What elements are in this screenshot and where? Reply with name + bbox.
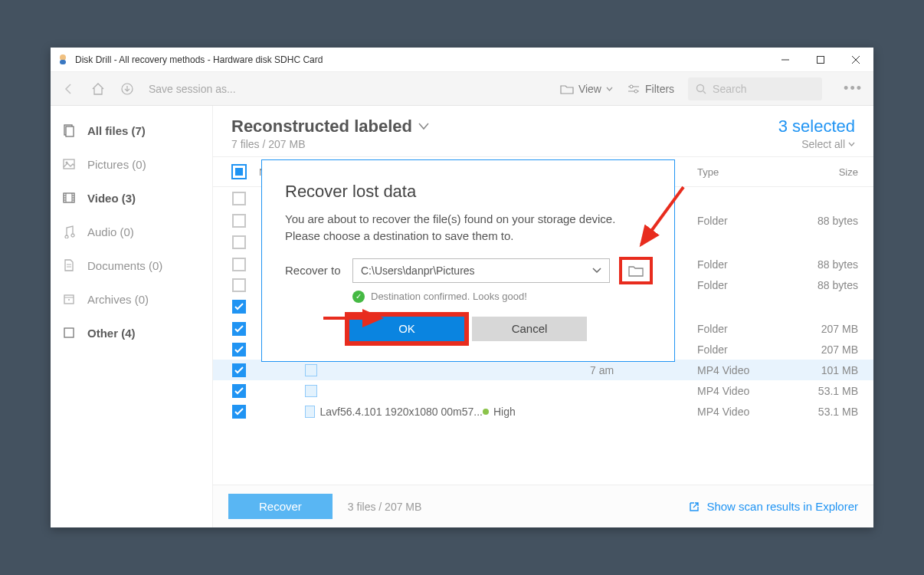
row-checkbox[interactable] — [232, 363, 246, 377]
column-size[interactable]: Size — [789, 166, 873, 178]
sidebar-item-video[interactable]: Video (3) — [51, 181, 212, 215]
folder-icon — [560, 84, 574, 94]
window-title: Disk Drill - All recovery methods - Hard… — [75, 54, 768, 65]
recover-button[interactable]: Recover — [228, 494, 333, 519]
svg-point-10 — [634, 90, 637, 93]
page-heading: Reconstructed labeled 7 files / 207 MB 3… — [213, 106, 873, 156]
main-content: Reconstructed labeled 7 files / 207 MB 3… — [213, 106, 873, 527]
destination-dropdown[interactable]: C:\Users\danpr\Pictures — [352, 258, 610, 283]
table-row[interactable]: MP4 Video 53.1 MB — [213, 380, 873, 401]
row-checkbox[interactable] — [232, 278, 246, 292]
svg-point-9 — [630, 85, 633, 88]
svg-rect-3 — [818, 56, 824, 63]
sidebar-item-documents[interactable]: Documents (0) — [51, 248, 212, 282]
search-input[interactable]: Search — [688, 77, 822, 100]
svg-line-12 — [703, 91, 706, 94]
row-checkbox[interactable] — [232, 235, 246, 249]
svg-point-11 — [697, 84, 704, 91]
more-button[interactable]: ••• — [836, 80, 863, 97]
sidebar-item-pictures[interactable]: Pictures (0) — [51, 147, 212, 181]
app-window: Disk Drill - All recovery methods - Hard… — [51, 48, 873, 527]
recover-to-label: Recover to — [285, 264, 342, 277]
row-checkbox[interactable] — [232, 405, 246, 419]
external-link-icon — [688, 501, 700, 513]
page-subtitle: 7 files / 207 MB — [231, 138, 778, 150]
column-type[interactable]: Type — [697, 166, 789, 178]
show-in-explorer-link[interactable]: Show scan results in Explorer — [688, 500, 858, 513]
file-icon — [305, 406, 315, 418]
row-checkbox[interactable] — [232, 214, 246, 228]
document-icon — [61, 258, 77, 273]
file-table: Name Recovery chances Date Modified Type… — [213, 156, 873, 485]
confirmation-text: ✓ Destination confirmed. Looks good! — [352, 291, 651, 303]
select-all-checkbox[interactable] — [224, 164, 254, 179]
titlebar: Disk Drill - All recovery methods - Hard… — [51, 48, 873, 72]
ok-button[interactable]: OK — [349, 317, 464, 341]
page-title[interactable]: Reconstructed labeled — [231, 117, 778, 136]
selected-count: 3 selected — [778, 117, 855, 136]
other-icon — [61, 325, 77, 340]
image-icon — [61, 156, 77, 172]
row-checkbox[interactable] — [232, 192, 246, 205]
cancel-button[interactable]: Cancel — [472, 317, 587, 341]
minimize-button[interactable] — [768, 48, 803, 72]
select-all-button[interactable]: Select all — [778, 138, 855, 150]
row-checkbox[interactable] — [232, 300, 246, 314]
sidebar-item-all-files[interactable]: All files (7) — [51, 113, 212, 147]
svg-rect-31 — [64, 328, 74, 337]
chevron-down-icon — [592, 268, 601, 274]
close-button[interactable] — [838, 48, 873, 72]
folder-icon — [628, 264, 644, 277]
row-checkbox[interactable] — [232, 322, 246, 336]
maximize-button[interactable] — [803, 48, 838, 72]
row-checkbox[interactable] — [232, 384, 246, 398]
search-icon — [696, 84, 706, 94]
recover-dialog: Recover lost data You are about to recov… — [261, 159, 675, 362]
sidebar: All files (7) Pictures (0) Video (3) Aud… — [51, 106, 213, 527]
save-session-button[interactable]: Save session as... — [149, 83, 236, 95]
dialog-body: You are about to recover the file(s) fou… — [285, 211, 651, 245]
svg-rect-14 — [66, 127, 74, 136]
sliders-icon — [627, 84, 641, 94]
files-icon — [61, 123, 77, 138]
browse-folder-button[interactable] — [621, 258, 651, 283]
row-checkbox[interactable] — [232, 343, 246, 356]
sidebar-item-audio[interactable]: Audio (0) — [51, 215, 212, 248]
sidebar-item-archives[interactable]: Archives (0) — [51, 282, 212, 316]
status-dot — [483, 409, 489, 415]
toolbar: Save session as... View Filters Search •… — [51, 72, 873, 106]
video-icon — [61, 190, 77, 205]
footer-info: 3 files / 207 MB — [348, 501, 422, 513]
download-icon[interactable] — [120, 81, 135, 97]
app-icon — [57, 54, 69, 66]
table-row[interactable]: 7 am MP4 Video 101 MB — [213, 360, 873, 380]
sidebar-item-other[interactable]: Other (4) — [51, 316, 212, 350]
chevron-down-icon — [418, 123, 429, 130]
view-dropdown[interactable]: View — [560, 83, 613, 95]
home-icon[interactable] — [90, 81, 106, 97]
filters-button[interactable]: Filters — [627, 83, 674, 95]
file-icon — [305, 364, 317, 376]
svg-rect-1 — [60, 60, 66, 64]
checkmark-icon: ✓ — [352, 291, 365, 303]
svg-point-0 — [60, 54, 66, 61]
music-icon — [61, 224, 77, 239]
chevron-down-icon — [848, 142, 855, 146]
archive-icon — [61, 291, 77, 307]
back-icon[interactable] — [61, 81, 77, 97]
dialog-title: Recover lost data — [285, 182, 651, 202]
file-icon — [305, 385, 317, 397]
row-checkbox[interactable] — [232, 258, 246, 271]
table-row[interactable]: Lavf56.4.101 1920x1080 00m57... High MP4… — [213, 401, 873, 422]
chevron-down-icon — [606, 87, 613, 91]
footer: Recover 3 files / 207 MB Show scan resul… — [213, 485, 873, 527]
